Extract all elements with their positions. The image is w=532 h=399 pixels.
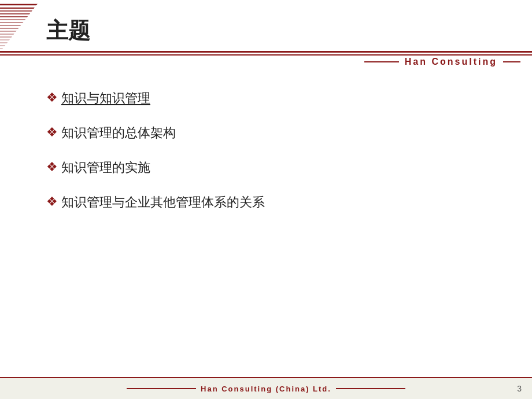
bullet-diamond-icon-3: ❖: [46, 160, 58, 175]
branding-area: Han Consulting: [364, 57, 520, 67]
footer-page-number: 3: [517, 384, 522, 393]
branding-right-line: [503, 61, 520, 62]
footer: Han Consulting (China) Ltd. 3: [0, 377, 532, 399]
bullet-item-1: ❖ 知识与知识管理: [46, 90, 497, 107]
bullet-text-2: 知识管理的总体架构: [61, 124, 176, 142]
bullet-text-1: 知识与知识管理: [61, 90, 150, 107]
bullet-item-4: ❖ 知识管理与企业其他管理体系的关系: [46, 194, 497, 211]
footer-left-line: [127, 388, 196, 389]
footer-content: Han Consulting (China) Ltd.: [122, 385, 410, 393]
title-underline-thin: [0, 54, 532, 56]
branding-text: Han Consulting: [405, 57, 497, 67]
bullet-text-4: 知识管理与企业其他管理体系的关系: [61, 194, 265, 211]
footer-company-text: Han Consulting (China) Ltd.: [201, 385, 331, 393]
content-area: ❖ 知识与知识管理 ❖ 知识管理的总体架构 ❖ 知识管理的实施 ❖ 知识管理与企…: [46, 90, 497, 228]
slide: 主题 Han Consulting ❖ 知识与知识管理 ❖ 知识管理的总体架构 …: [0, 0, 532, 399]
header: 主题 Han Consulting: [0, 0, 532, 81]
branding-left-line: [364, 61, 399, 62]
bullet-item-3: ❖ 知识管理的实施: [46, 159, 497, 176]
bullet-diamond-icon-2: ❖: [46, 125, 58, 140]
slide-title: 主题: [46, 16, 90, 46]
bullet-item-2: ❖ 知识管理的总体架构: [46, 124, 497, 142]
bullet-diamond-icon-1: ❖: [46, 90, 58, 105]
title-underline-thick: [0, 51, 532, 53]
footer-right-line: [336, 388, 405, 389]
bullet-text-3: 知识管理的实施: [61, 159, 150, 176]
bullet-diamond-icon-4: ❖: [46, 194, 58, 209]
